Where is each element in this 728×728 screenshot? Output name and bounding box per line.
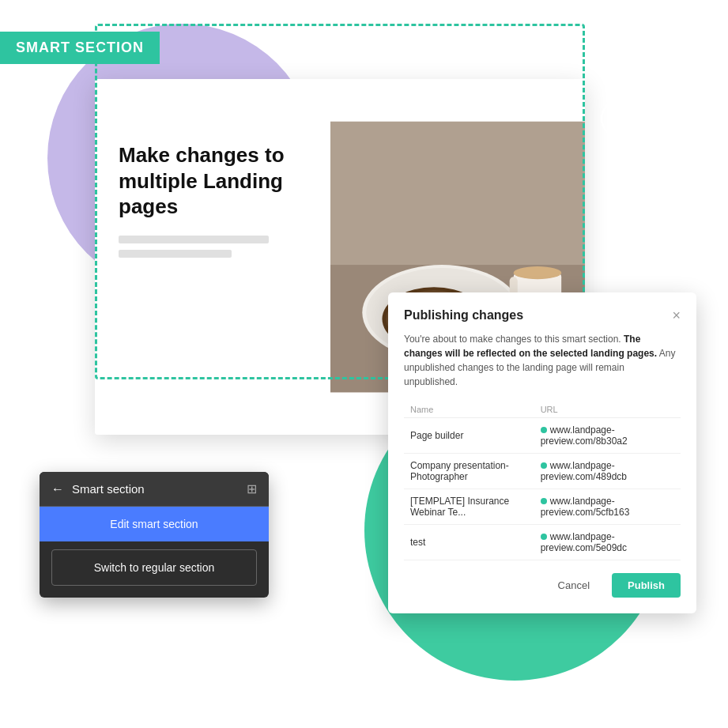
- dialog-footer: Cancel Publish: [404, 573, 681, 598]
- table-cell-url: www.landpage-preview.com/489dcb: [534, 454, 681, 489]
- table-cell-url: www.landpage-preview.com/5e09dc: [534, 525, 681, 560]
- publish-dialog: Publishing changes × You're about to mak…: [388, 292, 696, 613]
- status-dot-icon: [541, 427, 547, 433]
- table-cell-name: [TEMPLATE] Insurance Webinar Te...: [404, 489, 534, 525]
- dialog-description: You're about to make changes to this sma…: [404, 332, 681, 389]
- back-arrow-icon[interactable]: ←: [51, 482, 64, 496]
- table-row: testwww.landpage-preview.com/5e09dc: [404, 525, 681, 560]
- decorative-squiggle: [586, 63, 633, 161]
- svg-point-13: [513, 266, 560, 279]
- switch-to-regular-section-button[interactable]: Switch to regular section: [51, 549, 257, 586]
- context-menu-header: ← Smart section ⊞: [40, 472, 269, 507]
- text-line-2: [119, 250, 232, 258]
- table-header-url: URL: [534, 402, 681, 418]
- dialog-header: Publishing changes ×: [404, 308, 681, 323]
- table-cell-url: www.landpage-preview.com/8b30a2: [534, 418, 681, 454]
- table-cell-name: Company presentation-Photographer: [404, 454, 534, 489]
- context-menu-title: Smart section: [72, 482, 145, 496]
- landing-title: Make changes to multiple Landing pages: [119, 142, 307, 220]
- context-menu-back-section: ← Smart section: [51, 482, 145, 496]
- table-cell-name: Page builder: [404, 418, 534, 454]
- dialog-table: Name URL Page builderwww.landpage-previe…: [404, 402, 681, 560]
- dialog-close-button[interactable]: ×: [672, 308, 681, 323]
- scene: Make changes to multiple Landing pages: [0, 0, 728, 728]
- edit-smart-section-button[interactable]: Edit smart section: [40, 507, 269, 541]
- status-dot-icon: [541, 462, 547, 469]
- table-cell-url: www.landpage-preview.com/5cfb163: [534, 489, 681, 525]
- landing-left-panel: Make changes to multiple Landing pages: [95, 79, 330, 435]
- table-row: [TEMPLATE] Insurance Webinar Te...www.la…: [404, 489, 681, 525]
- cancel-button[interactable]: Cancel: [544, 573, 604, 598]
- status-dot-icon: [541, 534, 547, 540]
- context-menu: ← Smart section ⊞ Edit smart section Swi…: [40, 472, 269, 598]
- dialog-desc-normal: You're about to make changes to this sma…: [404, 334, 624, 345]
- table-header-name: Name: [404, 402, 534, 418]
- smart-section-badge: SMART SECTION: [0, 32, 160, 64]
- table-row: Company presentation-Photographerwww.lan…: [404, 454, 681, 489]
- dialog-title: Publishing changes: [404, 308, 523, 323]
- grid-icon[interactable]: ⊞: [247, 481, 257, 496]
- text-line-1: [119, 236, 269, 243]
- status-dot-icon: [541, 498, 547, 504]
- landing-text-lines: [119, 236, 307, 258]
- table-cell-name: test: [404, 525, 534, 560]
- publish-button[interactable]: Publish: [612, 573, 681, 598]
- table-row: Page builderwww.landpage-preview.com/8b3…: [404, 418, 681, 454]
